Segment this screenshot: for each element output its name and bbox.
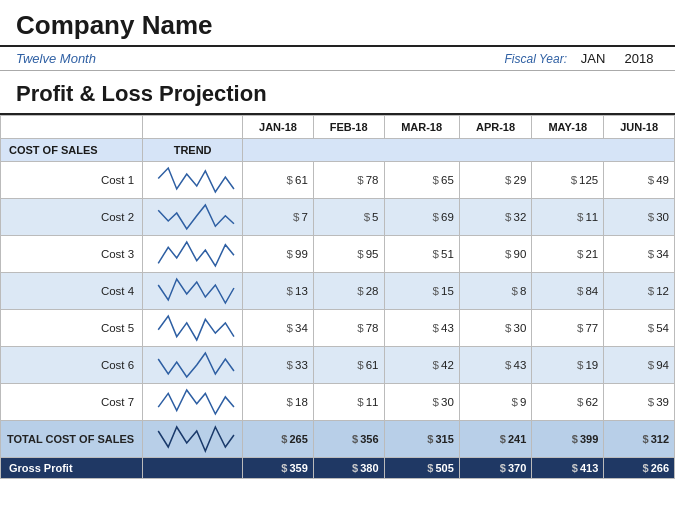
trend-cell: [143, 273, 243, 310]
value-cell: $19: [532, 347, 604, 384]
table-body: Cost 1 $61$78$65$29$125$49Cost 2 $7$5$69…: [1, 162, 675, 479]
subheader-row: COST OF SALES TREND: [1, 139, 675, 162]
total-value-cell: $399: [532, 421, 604, 458]
total-cost-row: TOTAL COST OF SALES $265$356$315$241$399…: [1, 421, 675, 458]
gross-profit-value: $413: [532, 458, 604, 479]
trend-cell: [143, 310, 243, 347]
value-cell: $11: [532, 199, 604, 236]
value-cell: $62: [532, 384, 604, 421]
value-cell: $125: [532, 162, 604, 199]
trend-cell: [143, 199, 243, 236]
trend-cell: [143, 384, 243, 421]
gross-profit-row: Gross Profit$359$380$505$370$413$266: [1, 458, 675, 479]
trend-header: TREND: [143, 139, 243, 162]
value-cell: $84: [532, 273, 604, 310]
value-cell: $13: [243, 273, 314, 310]
value-cell: $34: [243, 310, 314, 347]
row-label: Cost 3: [1, 236, 143, 273]
total-value-cell: $315: [384, 421, 459, 458]
value-cell: $9: [459, 384, 532, 421]
row-label: Cost 4: [1, 273, 143, 310]
total-value-cell: $312: [604, 421, 675, 458]
value-cell: $99: [243, 236, 314, 273]
value-cell: $11: [313, 384, 384, 421]
value-cell: $61: [243, 162, 314, 199]
gross-profit-value: $370: [459, 458, 532, 479]
row-label: Cost 1: [1, 162, 143, 199]
row-label: Cost 2: [1, 199, 143, 236]
row-label: Cost 7: [1, 384, 143, 421]
fiscal-row: Fiscal Year: JAN 2018: [505, 51, 659, 66]
row-label: Cost 6: [1, 347, 143, 384]
table-row: Cost 1 $61$78$65$29$125$49: [1, 162, 675, 199]
value-cell: $15: [384, 273, 459, 310]
fiscal-year-label: Fiscal Year:: [505, 52, 567, 66]
value-cell: $43: [384, 310, 459, 347]
value-cell: $94: [604, 347, 675, 384]
value-cell: $90: [459, 236, 532, 273]
value-cell: $54: [604, 310, 675, 347]
value-cell: $12: [604, 273, 675, 310]
trend-cell: [143, 347, 243, 384]
table-container: JAN-18 FEB-18 MAR-18 APR-18 MAY-18 JUN-1…: [0, 115, 675, 479]
value-cell: $34: [604, 236, 675, 273]
gross-profit-trend: [143, 458, 243, 479]
value-cell: $30: [459, 310, 532, 347]
fiscal-month: JAN: [573, 51, 613, 66]
label-col-header: [1, 116, 143, 139]
value-cell: $43: [459, 347, 532, 384]
col-header-mar: MAR-18: [384, 116, 459, 139]
total-value-cell: $265: [243, 421, 314, 458]
fiscal-year: 2018: [619, 51, 659, 66]
col-header-jun: JUN-18: [604, 116, 675, 139]
value-cell: $7: [243, 199, 314, 236]
col-header-jan: JAN-18: [243, 116, 314, 139]
total-trend: [143, 421, 243, 458]
gross-profit-label: Gross Profit: [1, 458, 143, 479]
value-cell: $77: [532, 310, 604, 347]
table-row: Cost 2 $7$5$69$32$11$30: [1, 199, 675, 236]
value-cell: $78: [313, 162, 384, 199]
value-cell: $65: [384, 162, 459, 199]
value-cell: $21: [532, 236, 604, 273]
value-cell: $5: [313, 199, 384, 236]
row-label: Cost 5: [1, 310, 143, 347]
column-header-row: JAN-18 FEB-18 MAR-18 APR-18 MAY-18 JUN-1…: [1, 116, 675, 139]
value-cell: $42: [384, 347, 459, 384]
value-cell: $30: [604, 199, 675, 236]
table-row: Cost 6 $33$61$42$43$19$94: [1, 347, 675, 384]
gross-profit-value: $359: [243, 458, 314, 479]
total-value-cell: $241: [459, 421, 532, 458]
trend-col-header: [143, 116, 243, 139]
value-cell: $33: [243, 347, 314, 384]
col-header-feb: FEB-18: [313, 116, 384, 139]
profit-loss-table: JAN-18 FEB-18 MAR-18 APR-18 MAY-18 JUN-1…: [0, 115, 675, 479]
table-row: Cost 5 $34$78$43$30$77$54: [1, 310, 675, 347]
col-header-apr: APR-18: [459, 116, 532, 139]
gross-profit-value: $380: [313, 458, 384, 479]
gross-profit-value: $266: [604, 458, 675, 479]
col-header-may: MAY-18: [532, 116, 604, 139]
company-name: Company Name: [16, 10, 659, 41]
total-label: TOTAL COST OF SALES: [1, 421, 143, 458]
value-cell: $49: [604, 162, 675, 199]
value-cell: $51: [384, 236, 459, 273]
value-cell: $30: [384, 384, 459, 421]
empty-subheader: [243, 139, 675, 162]
value-cell: $8: [459, 273, 532, 310]
section-title: Profit & Loss Projection: [0, 71, 675, 115]
value-cell: $61: [313, 347, 384, 384]
value-cell: $29: [459, 162, 532, 199]
total-value-cell: $356: [313, 421, 384, 458]
value-cell: $95: [313, 236, 384, 273]
value-cell: $39: [604, 384, 675, 421]
value-cell: $18: [243, 384, 314, 421]
cost-of-sales-header: COST OF SALES: [1, 139, 143, 162]
trend-cell: [143, 236, 243, 273]
trend-cell: [143, 162, 243, 199]
gross-profit-value: $505: [384, 458, 459, 479]
header-section: Company Name: [0, 0, 675, 47]
twelve-month-label: Twelve Month: [16, 51, 96, 66]
value-cell: $69: [384, 199, 459, 236]
table-row: Cost 3 $99$95$51$90$21$34: [1, 236, 675, 273]
